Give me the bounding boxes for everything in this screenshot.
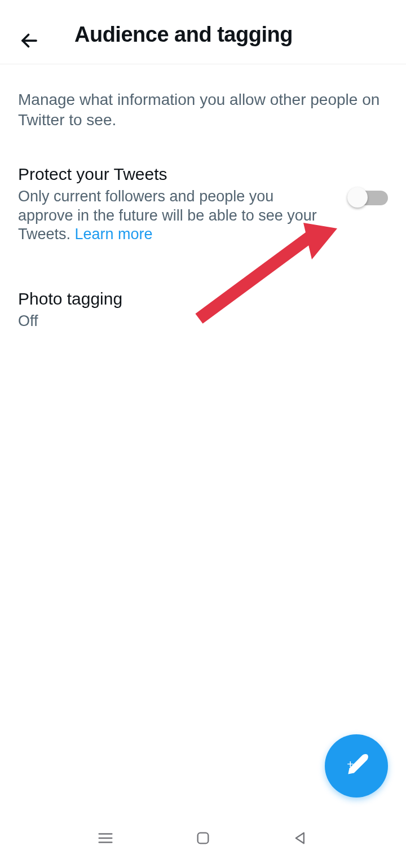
protect-tweets-description: Only current followers and people you ap… [18, 187, 330, 244]
page-description: Manage what information you allow other … [0, 64, 406, 148]
svg-marker-9 [296, 833, 304, 844]
page-header: Audience and tagging [0, 0, 406, 64]
back-icon[interactable] [18, 29, 41, 52]
menu-nav-icon[interactable] [95, 828, 116, 848]
photo-tagging-status: Off [18, 312, 388, 331]
learn-more-link[interactable]: Learn more [75, 226, 153, 243]
protect-tweets-toggle[interactable] [347, 187, 388, 209]
page-title: Audience and tagging [74, 23, 293, 47]
system-nav-bar [0, 824, 406, 852]
protect-tweets-content: Protect your Tweets Only current followe… [18, 165, 347, 244]
protect-tweets-desc-text: Only current followers and people you ap… [18, 188, 317, 243]
back-nav-icon[interactable] [290, 828, 311, 848]
photo-tagging-title: Photo tagging [18, 289, 388, 309]
svg-rect-8 [198, 833, 209, 844]
protect-tweets-title: Protect your Tweets [18, 165, 330, 184]
toggle-thumb [347, 187, 368, 208]
home-nav-icon[interactable] [193, 828, 213, 848]
protect-tweets-setting[interactable]: Protect your Tweets Only current followe… [0, 148, 406, 261]
photo-tagging-setting[interactable]: Photo tagging Off [0, 272, 406, 348]
feather-plus-icon: + [342, 752, 370, 780]
compose-tweet-button[interactable]: + [325, 734, 388, 797]
